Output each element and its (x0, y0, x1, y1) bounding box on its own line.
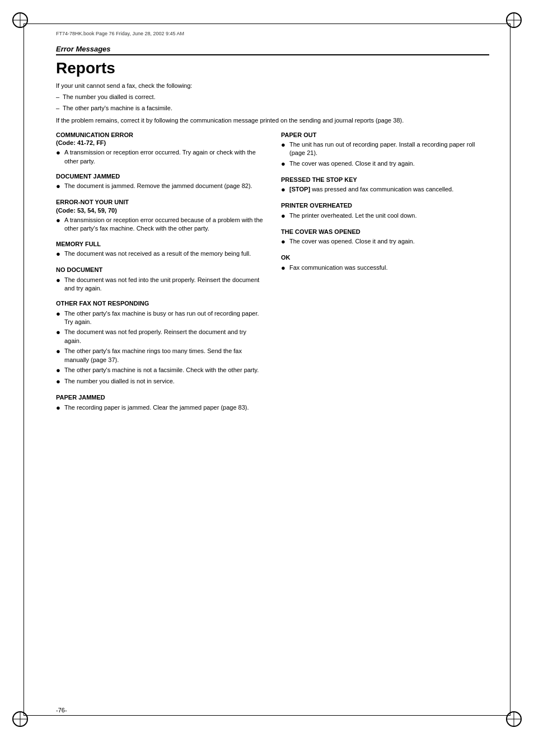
bullet-icon: ● (56, 148, 63, 158)
bullet-text: Fax communication was successful. (289, 264, 489, 272)
section-cover-opened-title: THE COVER WAS OPENED (281, 228, 489, 236)
intro-line-1: If your unit cannot send a fax, check th… (56, 82, 489, 91)
list-item: ● A transmission or reception error occu… (56, 216, 264, 233)
bullet-text: The unit has run out of recording paper.… (289, 140, 489, 158)
list-item: ● The number you dialled is not in servi… (56, 377, 264, 387)
list-item: ● The recording paper is jammed. Clear t… (56, 403, 264, 413)
bullet-icon: ● (56, 403, 63, 413)
list-item: ● The document was not fed properly. Rei… (56, 328, 264, 345)
two-column-layout: COMMUNICATION ERROR(Code: 41-72, FF) ● A… (56, 131, 489, 420)
list-item: ● The other party's fax machine rings to… (56, 347, 264, 364)
bullet-icon: ● (56, 377, 63, 387)
bullet-text: The document is jammed. Remove the jamme… (64, 182, 264, 190)
list-item: ● Fax communication was successful. (281, 264, 489, 273)
content-area: Error Messages Reports If your unit cann… (56, 45, 489, 706)
section-no-document: NO DOCUMENT ● The document was not fed i… (56, 266, 264, 293)
bullet-text: The document was not received as a resul… (64, 250, 264, 258)
bullet-icon: ● (56, 275, 63, 285)
bullet-text: The document was not fed into the unit p… (64, 276, 264, 293)
corner-mark-tr (506, 12, 522, 28)
section-memory-full: MEMORY FULL ● The document was not recei… (56, 240, 264, 259)
list-item: ● A transmission or reception error occu… (56, 148, 264, 166)
bullet-icon: ● (56, 365, 63, 375)
bullet-text: The printer overheated. Let the unit coo… (289, 212, 489, 220)
section-comm-error-title: COMMUNICATION ERROR(Code: 41-72, FF) (56, 131, 264, 147)
bullet-text: The other party's machine is not a facsi… (64, 366, 264, 374)
bullet-icon: ● (281, 159, 288, 169)
intro-line-3: – The other party's machine is a facsimi… (56, 104, 489, 113)
intro-line-4: If the problem remains, correct it by fo… (56, 116, 489, 125)
list-item: ● The printer overheated. Let the unit c… (281, 212, 489, 221)
bullet-text: A transmission or reception error occurr… (64, 148, 264, 166)
section-no-document-title: NO DOCUMENT (56, 266, 264, 274)
left-column: COMMUNICATION ERROR(Code: 41-72, FF) ● A… (56, 131, 264, 420)
bullet-text: The recording paper is jammed. Clear the… (64, 403, 264, 412)
list-item: ● The document is jammed. Remove the jam… (56, 182, 264, 191)
section-error-not-your-unit: ERROR-NOT YOUR UNIT(Code: 53, 54, 59, 70… (56, 198, 264, 233)
bullet-text: The cover was opened. Close it and try a… (289, 237, 489, 246)
section-doc-jammed: DOCUMENT JAMMED ● The document is jammed… (56, 172, 264, 191)
corner-mark-br (506, 711, 522, 727)
list-item: ● [STOP] was pressed and fax communicati… (281, 185, 489, 195)
section-title: Error Messages (56, 45, 489, 53)
section-cover-opened: THE COVER WAS OPENED ● The cover was ope… (281, 228, 489, 247)
list-item: ● The cover was opened. Close it and try… (281, 159, 489, 169)
intro-block: If your unit cannot send a fax, check th… (56, 82, 489, 125)
section-doc-jammed-title: DOCUMENT JAMMED (56, 172, 264, 180)
list-item: ● The document was not fed into the unit… (56, 276, 264, 293)
section-stop-key-title: PRESSED THE STOP KEY (281, 176, 489, 184)
corner-mark-tl (12, 12, 28, 28)
section-printer-overheated-title: PRINTER OVERHEATED (281, 201, 489, 209)
section-error-not-your-unit-title: ERROR-NOT YOUR UNIT(Code: 53, 54, 59, 70… (56, 198, 264, 214)
section-paper-jammed-title: PAPER JAMMED (56, 393, 264, 401)
right-column: PAPER OUT ● The unit has run out of reco… (281, 131, 489, 420)
section-paper-out: PAPER OUT ● The unit has run out of reco… (281, 131, 489, 169)
list-item: ● The unit has run out of recording pape… (281, 140, 489, 158)
title-rule (56, 54, 489, 55)
section-comm-error: COMMUNICATION ERROR(Code: 41-72, FF) ● A… (56, 131, 264, 166)
section-ok: OK ● Fax communication was successful. (281, 253, 489, 273)
bullet-icon: ● (56, 181, 63, 191)
main-heading: Reports (56, 60, 489, 77)
list-item: ● The cover was opened. Close it and try… (281, 237, 489, 247)
bullet-text: The number you dialled is not in service… (64, 377, 264, 386)
bullet-icon: ● (281, 140, 288, 150)
bullet-icon: ● (56, 249, 63, 259)
section-ok-title: OK (281, 253, 489, 261)
intro-line-2: – The number you dialled is correct. (56, 93, 489, 102)
corner-mark-bl (12, 711, 28, 727)
section-stop-key: PRESSED THE STOP KEY ● [STOP] was presse… (281, 176, 489, 195)
page-number: -76- (56, 707, 67, 713)
bullet-text: A transmission or reception error occurr… (64, 216, 264, 233)
bullet-text: The other party's fax machine is busy or… (64, 309, 264, 327)
bullet-icon: ● (281, 263, 288, 273)
bullet-icon: ● (56, 346, 63, 356)
section-paper-jammed: PAPER JAMMED ● The recording paper is ja… (56, 393, 264, 412)
bullet-text: The other party's fax machine rings too … (64, 347, 264, 364)
page: FT74-78HK.book Page 76 Friday, June 28, … (0, 0, 534, 756)
section-other-fax-title: OTHER FAX NOT RESPONDING (56, 299, 264, 307)
bullet-icon: ● (56, 215, 63, 226)
list-item: ● The document was not received as a res… (56, 250, 264, 259)
list-item: ● The other party's fax machine is busy … (56, 309, 264, 327)
section-printer-overheated: PRINTER OVERHEATED ● The printer overhea… (281, 201, 489, 220)
section-memory-full-title: MEMORY FULL (56, 240, 264, 248)
bullet-icon: ● (281, 237, 288, 247)
bullet-text: [STOP] was pressed and fax communication… (289, 185, 489, 194)
section-paper-out-title: PAPER OUT (281, 131, 489, 139)
bullet-icon: ● (56, 327, 63, 337)
meta-line: FT74-78HK.book Page 76 Friday, June 28, … (56, 31, 184, 36)
bullet-icon: ● (56, 309, 63, 319)
bullet-icon: ● (281, 185, 288, 195)
bullet-icon: ● (281, 211, 288, 221)
bullet-text: The cover was opened. Close it and try a… (289, 159, 489, 168)
section-other-fax: OTHER FAX NOT RESPONDING ● The other par… (56, 299, 264, 387)
list-item: ● The other party's machine is not a fac… (56, 366, 264, 375)
bullet-text: The document was not fed properly. Reins… (64, 328, 264, 345)
